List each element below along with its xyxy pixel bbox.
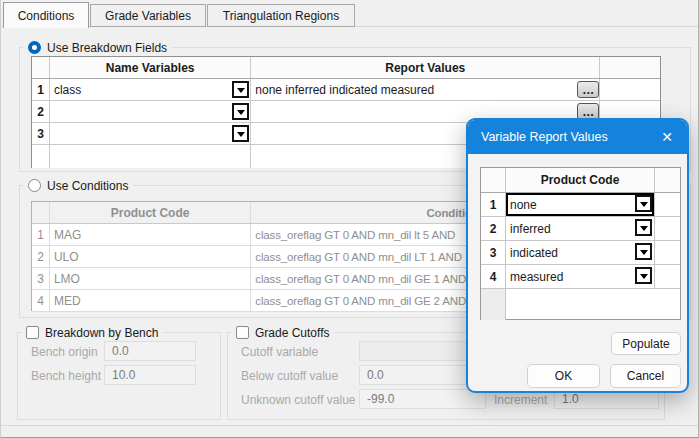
close-icon: ✕ <box>661 129 673 145</box>
product-code-cell: MED <box>50 290 251 311</box>
variable-report-values-dialog: Variable Report Values ✕ Product Code 1 … <box>466 118 689 393</box>
dialog-title: Variable Report Values <box>481 130 608 144</box>
cancel-button[interactable]: Cancel <box>610 364 681 388</box>
row-number: 3 <box>32 123 50 144</box>
ellipsis-icon: … <box>582 107 594 117</box>
name-variables-header: Name Variables <box>50 57 251 78</box>
use-breakdown-fields-option[interactable]: Use Breakdown Fields <box>23 40 172 55</box>
dropdown-button[interactable] <box>635 195 652 212</box>
value-cell[interactable]: measured <box>506 265 655 288</box>
conditions-dialog: Conditions Grade Variables Triangulation… <box>0 0 699 438</box>
breakdown-by-bench-label: Breakdown by Bench <box>45 326 158 340</box>
checkbox-unchecked-icon[interactable] <box>26 326 39 339</box>
tab-grade-variables[interactable]: Grade Variables <box>90 4 206 27</box>
product-code-cell: ULO <box>50 246 251 267</box>
report-values-header: Report Values <box>251 57 600 78</box>
report-values-cell[interactable]: none inferred indicated measured … <box>251 79 600 100</box>
tab-bar: Conditions Grade Variables Triangulation… <box>1 0 698 27</box>
populate-button[interactable]: Populate <box>611 332 681 355</box>
cutoff-variable-label: Cutoff variable <box>241 345 318 359</box>
chevron-down-icon <box>640 250 648 259</box>
tab-triangulation-regions[interactable]: Triangulation Regions <box>207 4 355 27</box>
chevron-down-icon <box>640 202 648 211</box>
increment-label: Increment <box>494 393 547 407</box>
value-cell[interactable]: none <box>506 193 655 216</box>
report-values-table: Product Code 1 none 2 inferred <box>480 167 681 320</box>
unknown-cutoff-field[interactable] <box>359 389 486 409</box>
chevron-down-icon <box>237 110 245 119</box>
tab-label: Conditions <box>18 9 75 23</box>
row-number: 2 <box>32 101 50 122</box>
table-row: 4 measured <box>481 265 680 289</box>
radio-checked-icon[interactable] <box>28 41 41 54</box>
dropdown-button[interactable] <box>232 103 249 120</box>
table-header-row: Name Variables Report Values <box>32 57 660 79</box>
dropdown-button[interactable] <box>635 267 652 284</box>
unknown-cutoff-label: Unknown cutoff value <box>241 393 356 407</box>
use-conditions-option[interactable]: Use Conditions <box>23 178 133 193</box>
bench-height-label: Bench height <box>31 369 101 383</box>
product-code-header: Product Code <box>50 202 251 223</box>
dropdown-button[interactable] <box>232 81 249 98</box>
breakdown-by-bench-option[interactable]: Breakdown by Bench <box>21 325 163 340</box>
name-variable-cell[interactable] <box>50 123 251 144</box>
dropdown-button[interactable] <box>635 219 652 236</box>
table-row: 3 indicated <box>481 241 680 265</box>
product-code-header: Product Code <box>506 168 655 192</box>
tab-conditions[interactable]: Conditions <box>3 2 89 28</box>
grade-cutoffs-label: Grade Cutoffs <box>255 326 329 340</box>
use-breakdown-fields-label: Use Breakdown Fields <box>47 41 167 55</box>
bench-origin-label: Bench origin <box>31 345 98 359</box>
table-row: 2 inferred <box>481 217 680 241</box>
tab-label: Grade Variables <box>105 9 191 23</box>
name-variable-cell[interactable] <box>50 101 251 122</box>
bench-height-field[interactable] <box>104 365 196 385</box>
ok-button[interactable]: OK <box>527 364 600 388</box>
table-empty-area <box>481 289 680 320</box>
use-conditions-label: Use Conditions <box>47 179 128 193</box>
value-cell[interactable]: inferred <box>506 217 655 240</box>
row-number: 1 <box>32 79 50 100</box>
chevron-down-icon <box>640 226 648 235</box>
dropdown-button[interactable] <box>232 125 249 142</box>
product-code-cell: MAG <box>50 224 251 245</box>
grade-cutoffs-option[interactable]: Grade Cutoffs <box>231 325 334 340</box>
bench-origin-field[interactable] <box>104 341 196 361</box>
tab-label: Triangulation Regions <box>223 9 339 23</box>
ellipsis-button[interactable]: … <box>577 81 599 98</box>
window-bottom-strip <box>1 425 698 438</box>
chevron-down-icon <box>237 88 245 97</box>
below-cutoff-label: Below cutoff value <box>241 369 338 383</box>
table-row: 1 class none inferred indicated measured… <box>32 79 660 101</box>
product-code-cell: LMO <box>50 268 251 289</box>
close-button[interactable]: ✕ <box>654 125 680 149</box>
value-cell[interactable]: indicated <box>506 241 655 264</box>
name-variable-cell[interactable]: class <box>50 79 251 100</box>
table-row: 1 none <box>481 193 680 217</box>
radio-unchecked-icon[interactable] <box>28 179 41 192</box>
checkbox-unchecked-icon[interactable] <box>236 326 249 339</box>
ellipsis-icon: … <box>582 85 594 95</box>
dropdown-button[interactable] <box>635 243 652 260</box>
table-header-row: Product Code <box>481 168 680 193</box>
chevron-down-icon <box>640 274 648 283</box>
chevron-down-icon <box>237 132 245 141</box>
